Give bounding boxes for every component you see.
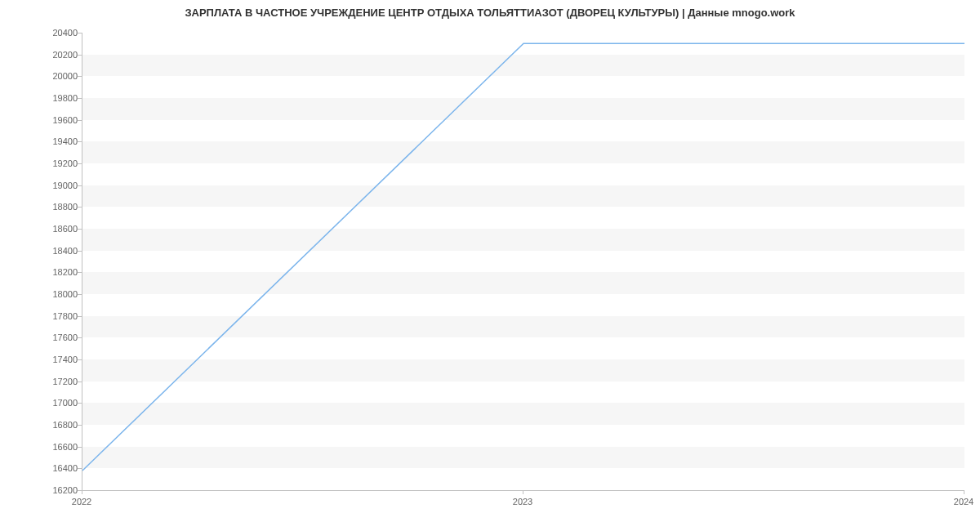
y-axis-label: 16200 <box>52 485 78 495</box>
chart-title: ЗАРПЛАТА В ЧАСТНОЕ УЧРЕЖДЕНИЕ ЦЕНТР ОТДЫ… <box>0 7 980 19</box>
y-tick <box>78 76 82 77</box>
y-axis-label: 18000 <box>52 289 78 299</box>
y-tick <box>78 163 82 164</box>
y-axis-label: 18600 <box>52 224 78 234</box>
y-tick <box>78 337 82 338</box>
plot-area <box>82 33 964 491</box>
y-tick <box>78 185 82 186</box>
x-axis-label: 2023 <box>513 497 532 506</box>
y-tick <box>78 447 82 448</box>
y-tick <box>78 120 82 121</box>
y-axis-label: 17400 <box>52 355 78 364</box>
y-axis-label: 20200 <box>52 50 78 60</box>
y-axis-label: 17800 <box>52 311 78 321</box>
y-axis-label: 19200 <box>52 158 78 168</box>
y-tick <box>78 251 82 252</box>
y-axis-label: 16400 <box>52 463 78 473</box>
y-axis-label: 18400 <box>52 246 78 256</box>
x-axis-label: 2024 <box>954 497 973 506</box>
y-axis-label: 16600 <box>52 442 78 452</box>
y-tick <box>78 359 82 360</box>
line-series <box>82 33 964 490</box>
x-axis-label: 2022 <box>72 497 91 506</box>
y-axis-label: 20400 <box>52 28 78 38</box>
y-axis-label: 19600 <box>52 115 78 125</box>
y-tick <box>78 98 82 99</box>
y-tick <box>78 425 82 426</box>
y-axis-label: 18800 <box>52 202 78 212</box>
y-tick <box>78 403 82 404</box>
y-tick <box>78 207 82 207</box>
y-tick <box>78 316 82 317</box>
x-tick <box>964 490 964 494</box>
chart-container: ЗАРПЛАТА В ЧАСТНОЕ УЧРЕЖДЕНИЕ ЦЕНТР ОТДЫ… <box>0 0 980 531</box>
y-axis-label: 20000 <box>52 71 78 81</box>
y-axis-label: 17200 <box>52 377 78 386</box>
y-axis-label: 18200 <box>52 267 78 277</box>
y-tick <box>78 468 82 469</box>
y-tick <box>78 33 82 33</box>
y-tick <box>78 141 82 142</box>
y-axis-label: 19400 <box>52 136 78 146</box>
y-axis-label: 17600 <box>52 332 78 342</box>
y-axis-label: 19000 <box>52 181 78 190</box>
y-axis-label: 19800 <box>52 93 78 103</box>
x-tick <box>82 490 82 494</box>
y-tick <box>78 272 82 273</box>
y-tick <box>78 294 82 295</box>
y-tick <box>78 55 82 56</box>
y-tick <box>78 229 82 230</box>
x-tick <box>523 490 523 494</box>
y-axis-label: 16800 <box>52 420 78 430</box>
y-tick <box>78 382 82 382</box>
y-axis-label: 17000 <box>52 398 78 408</box>
